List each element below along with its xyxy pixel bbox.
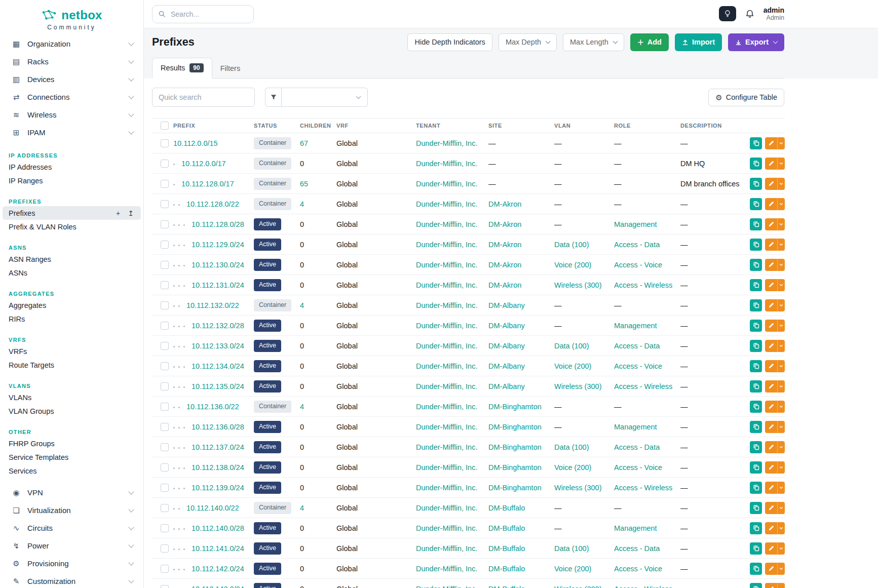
prefix-link[interactable]: 10.112.140.0/28 [192,524,244,532]
tenant-link[interactable]: Dunder-Mifflin, Inc. [416,565,477,573]
edit-dropdown-button[interactable] [777,340,785,352]
role-link[interactable]: Management [614,220,657,228]
max-depth-dropdown[interactable]: Max Depth [499,33,557,51]
row-checkbox[interactable] [161,139,169,147]
prefix-link[interactable]: 10.112.132.0/28 [192,322,244,330]
edit-button[interactable] [765,542,777,555]
prefix-link[interactable]: 10.112.131.0/24 [192,281,244,289]
children-link[interactable]: 4 [300,403,304,411]
children-link[interactable]: 4 [300,504,304,512]
sidebar-item-organization[interactable]: ▦Organization [0,35,143,53]
column-header-role[interactable]: ROLE [614,119,680,133]
row-checkbox[interactable] [161,463,169,472]
copy-button[interactable] [750,522,762,534]
edit-button[interactable] [765,522,777,534]
site-link[interactable]: DM-Akron [488,281,521,289]
edit-button[interactable] [765,158,777,170]
edit-dropdown-button[interactable] [777,563,785,575]
row-checkbox[interactable] [161,403,169,411]
column-header-status[interactable]: STATUS [254,119,300,133]
column-header-children[interactable]: CHILDREN [300,119,336,133]
copy-button[interactable] [750,320,762,332]
tab-results[interactable]: Results 90 [152,58,212,79]
edit-button[interactable] [765,137,777,149]
edit-button[interactable] [765,218,777,230]
sidebar-item-prefix-vlan-roles[interactable]: Prefix & VLAN Roles [0,220,143,233]
row-checkbox[interactable] [161,322,169,330]
prefix-link[interactable]: 10.112.138.0/24 [192,463,244,472]
edit-dropdown-button[interactable] [777,239,785,251]
prefix-link[interactable]: 10.112.0.0/17 [181,160,226,168]
row-checkbox[interactable] [161,565,169,573]
edit-dropdown-button[interactable] [777,218,785,230]
edit-dropdown-button[interactable] [777,522,785,534]
site-link[interactable]: DM-Albany [488,301,525,309]
column-header-vrf[interactable]: VRF [336,119,416,133]
edit-dropdown-button[interactable] [777,441,785,453]
sidebar-item-fhrp-groups[interactable]: FHRP Groups [0,437,143,450]
row-checkbox[interactable] [161,524,169,532]
copy-button[interactable] [750,178,762,190]
sidebar-item-prefixes[interactable]: Prefixes+↥ [3,206,141,220]
edit-dropdown-button[interactable] [777,158,785,170]
site-link[interactable]: DM-Binghamton [488,403,542,411]
children-link[interactable]: 67 [300,139,308,147]
copy-button[interactable] [750,563,762,575]
sidebar-item-route-targets[interactable]: Route Targets [0,358,143,372]
edit-dropdown-button[interactable] [777,401,785,413]
sidebar-item-vrfs[interactable]: VRFs [0,344,143,358]
row-checkbox[interactable] [161,504,169,512]
copy-button[interactable] [750,340,762,352]
role-link[interactable]: Access - Data [614,342,660,350]
tenant-link[interactable]: Dunder-Mifflin, Inc. [416,504,477,512]
sidebar-item-vpn[interactable]: ◉VPN [0,484,143,501]
site-link[interactable]: DM-Buffalo [488,544,525,553]
sidebar-item-services[interactable]: Services [0,464,143,478]
tenant-link[interactable]: Dunder-Mifflin, Inc. [416,180,477,188]
sidebar-item-racks[interactable]: ▤Racks [0,53,143,70]
column-header-tenant[interactable]: TENANT [416,119,488,133]
tenant-link[interactable]: Dunder-Mifflin, Inc. [416,261,477,269]
tenant-link[interactable]: Dunder-Mifflin, Inc. [416,484,477,492]
tenant-link[interactable]: Dunder-Mifflin, Inc. [416,342,477,350]
vlan-link[interactable]: Voice (200) [554,565,591,573]
sidebar-item-provisioning[interactable]: ⚙Provisioning [0,555,143,572]
site-link[interactable]: DM-Akron [488,220,521,228]
vlan-link[interactable]: Wireless (300) [554,484,601,492]
vlan-link[interactable]: Voice (200) [554,261,591,269]
notifications-button[interactable] [745,9,754,18]
tenant-link[interactable]: Dunder-Mifflin, Inc. [416,524,477,532]
prefix-link[interactable]: 10.112.141.0/24 [192,544,244,553]
edit-dropdown-button[interactable] [777,482,785,494]
copy-button[interactable] [750,542,762,555]
import-mini-icon[interactable]: ↥ [128,210,134,217]
tenant-link[interactable]: Dunder-Mifflin, Inc. [416,281,477,289]
sidebar-item-wireless[interactable]: ≋Wireless [0,106,143,124]
edit-dropdown-button[interactable] [777,461,785,474]
sidebar-item-customization[interactable]: ✎Customization [0,572,143,588]
prefix-link[interactable]: 10.112.136.0/22 [186,403,239,411]
add-button[interactable]: Add [630,33,669,51]
children-link[interactable]: 4 [300,200,304,208]
copy-button[interactable] [750,502,762,514]
tenant-link[interactable]: Dunder-Mifflin, Inc. [416,443,477,451]
add-mini-icon[interactable]: + [116,210,120,217]
sidebar-item-vlans[interactable]: VLANs [0,390,143,404]
copy-button[interactable] [750,583,762,588]
row-checkbox[interactable] [161,261,169,269]
max-length-dropdown[interactable]: Max Length [563,33,624,51]
tenant-link[interactable]: Dunder-Mifflin, Inc. [416,160,477,168]
role-link[interactable]: Access - Voice [614,362,662,370]
prefix-link[interactable]: 10.112.133.0/24 [192,342,244,350]
global-search-input[interactable] [170,10,248,19]
tenant-link[interactable]: Dunder-Mifflin, Inc. [416,220,477,228]
sidebar-item-asns[interactable]: ASNs [0,266,143,280]
role-link[interactable]: Access - Data [614,544,660,553]
vlan-link[interactable]: Data (100) [554,342,589,350]
sidebar-item-ipam[interactable]: ⊞IPAM [0,124,143,141]
edit-dropdown-button[interactable] [777,502,785,514]
copy-button[interactable] [750,441,762,453]
site-link[interactable]: DM-Akron [488,200,521,208]
role-link[interactable]: Access - Voice [614,261,662,269]
prefix-link[interactable]: 10.112.129.0/24 [192,241,244,249]
